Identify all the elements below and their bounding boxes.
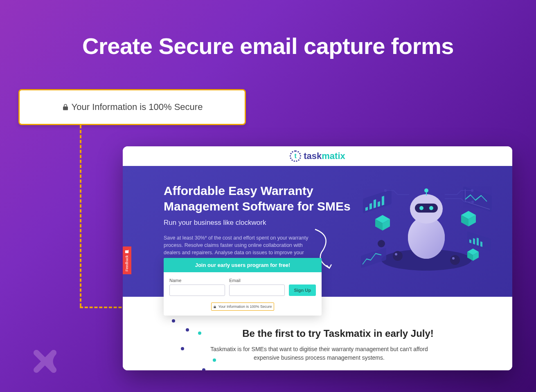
svg-point-11 [450, 255, 460, 265]
brand-logo: t taskmatix [290, 150, 345, 162]
svg-rect-18 [378, 201, 380, 207]
svg-rect-16 [369, 203, 372, 210]
name-input[interactable] [169, 284, 225, 296]
svg-point-31 [385, 190, 387, 192]
hero-title: Affordable Easy Warranty Management Soft… [164, 183, 352, 214]
brand-text-left: task [304, 151, 322, 161]
feedback-label: Feedback [125, 255, 129, 272]
svg-rect-23 [361, 248, 386, 268]
svg-point-12 [452, 257, 455, 260]
secure-callout-text: Your Information is 100% Secure [72, 102, 203, 112]
secure-badge: Your Information is 100% Secure [211, 302, 274, 311]
mockup-header: t taskmatix [123, 146, 512, 166]
svg-rect-25 [469, 240, 471, 244]
try-title: Be the first to try Taskmatix in early J… [205, 328, 471, 339]
brand-x-logo [31, 347, 59, 376]
svg-point-29 [471, 190, 473, 192]
svg-point-10 [395, 253, 397, 255]
secure-badge-text: Your Information is 100% Secure [218, 305, 272, 309]
svg-point-5 [419, 206, 423, 210]
chat-icon [125, 249, 129, 253]
email-label: Email [229, 278, 285, 283]
robot-illustration [357, 174, 496, 280]
brand-mark-icon: t [290, 150, 301, 162]
secure-callout: Your Information is 100% Secure [18, 89, 246, 125]
lock-icon [62, 103, 69, 111]
landing-page-mockup: t taskmatix Affordable Easy Warranty Man… [123, 146, 512, 370]
svg-rect-17 [374, 199, 376, 208]
svg-rect-27 [477, 237, 479, 246]
svg-rect-19 [382, 196, 384, 206]
try-description: Taskmatix is for SMEs that want to digit… [205, 345, 434, 362]
svg-point-7 [424, 188, 428, 193]
svg-point-9 [393, 251, 403, 261]
svg-point-6 [429, 206, 433, 210]
svg-rect-26 [473, 238, 475, 245]
page-title: Create Secure email capture forms [0, 0, 536, 59]
signup-form-card: Join our early users program for free! N… [164, 258, 322, 316]
svg-rect-4 [415, 204, 438, 213]
name-label: Name [169, 278, 225, 283]
feedback-tab[interactable]: Feedback [123, 246, 131, 274]
signup-button[interactable]: Sign Up [289, 284, 316, 296]
svg-point-30 [472, 201, 474, 203]
email-input[interactable] [229, 284, 285, 296]
brand-text-right: matix [322, 151, 345, 161]
svg-point-13 [378, 240, 385, 247]
connector-line-vertical [80, 125, 81, 307]
svg-rect-28 [480, 241, 482, 247]
lock-icon [213, 305, 216, 309]
form-banner: Join our early users program for free! [164, 258, 322, 272]
